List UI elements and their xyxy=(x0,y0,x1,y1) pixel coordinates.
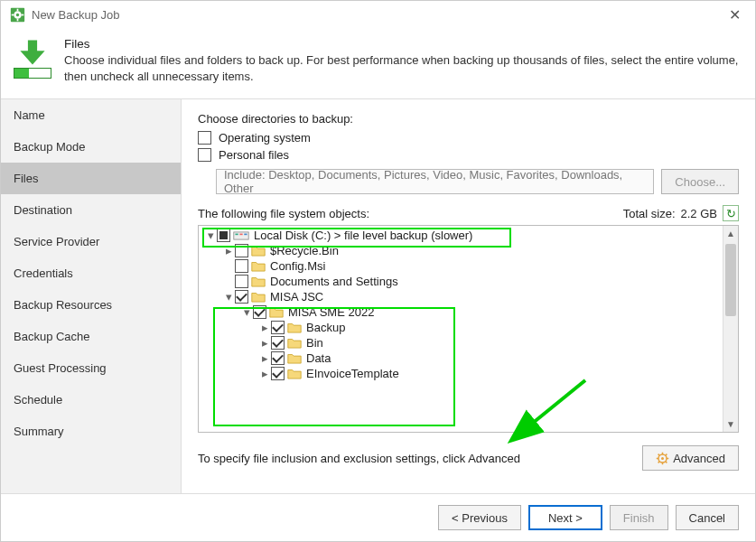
sidebar-item-schedule[interactable]: Schedule xyxy=(1,384,181,416)
expand-caret-icon[interactable]: ▾ xyxy=(204,229,217,242)
expand-caret-icon[interactable]: ▸ xyxy=(258,367,271,380)
tree-label: EInvoiceTemplate xyxy=(306,367,399,380)
tree-label: Config.Msi xyxy=(270,259,325,273)
gear-orange-icon xyxy=(656,452,669,465)
operating-system-checkbox[interactable] xyxy=(198,131,211,145)
tree-checkbox[interactable] xyxy=(271,351,285,365)
next-button[interactable]: Next > xyxy=(528,505,602,530)
tree-checkbox[interactable] xyxy=(217,229,230,242)
sidebar-item-backup-resources[interactable]: Backup Resources xyxy=(1,289,181,321)
window-title: New Backup Job xyxy=(32,8,120,22)
svg-rect-9 xyxy=(239,233,242,235)
svg-line-18 xyxy=(666,461,667,463)
sidebar-item-service-provider[interactable]: Service Provider xyxy=(1,226,181,257)
sidebar-item-summary[interactable]: Summary xyxy=(1,416,181,447)
advanced-button-label: Advanced xyxy=(673,452,725,465)
tree-row[interactable]: ▸Data xyxy=(199,350,738,366)
advanced-button[interactable]: Advanced xyxy=(642,445,739,471)
tree-checkbox[interactable] xyxy=(235,290,248,304)
file-tree[interactable]: ▾Local Disk (C:) > file level backup (sl… xyxy=(198,225,739,433)
main-panel: Choose directories to backup: Operating … xyxy=(182,99,755,493)
expand-caret-icon[interactable]: ▸ xyxy=(258,351,271,365)
tree-row[interactable]: ▾MISA SME 2022 xyxy=(199,304,738,320)
sidebar-item-destination[interactable]: Destination xyxy=(1,194,181,226)
scroll-down-icon[interactable]: ▼ xyxy=(723,416,738,432)
choose-button: Choose... xyxy=(661,169,739,194)
personal-files-checkbox[interactable] xyxy=(198,148,211,162)
tree-checkbox[interactable] xyxy=(271,321,285,334)
refresh-icon[interactable]: ↻ xyxy=(723,205,739,221)
gear-icon xyxy=(10,7,25,23)
tree-label: Data xyxy=(306,351,331,365)
progress-icon xyxy=(14,68,51,79)
tree-label: Local Disk (C:) > file level backup (slo… xyxy=(254,229,472,242)
tree-label: MISA SME 2022 xyxy=(288,305,374,319)
tree-row[interactable]: ▸Backup xyxy=(199,320,738,335)
header-subtitle: Choose individual files and folders to b… xyxy=(64,52,742,84)
svg-rect-8 xyxy=(235,233,238,235)
scroll-thumb[interactable] xyxy=(725,244,736,316)
sidebar-item-files[interactable]: Files xyxy=(1,163,181,194)
sidebar-item-backup-cache[interactable]: Backup Cache xyxy=(1,321,181,352)
tree-row[interactable]: ▾MISA JSC xyxy=(199,289,738,304)
include-input: Include: Desktop, Documents, Pictures, V… xyxy=(216,169,654,194)
tree-row[interactable]: ▸EInvoiceTemplate xyxy=(199,366,738,381)
previous-button[interactable]: < Previous xyxy=(438,505,521,530)
tree-label: Backup xyxy=(306,321,345,334)
tree-checkbox[interactable] xyxy=(235,275,248,288)
titlebar: New Backup Job ✕ xyxy=(1,1,755,28)
tree-checkbox[interactable] xyxy=(271,336,285,350)
tree-label: Documents and Settings xyxy=(270,275,398,288)
tree-row[interactable]: ▸Bin xyxy=(199,335,738,350)
tree-row[interactable]: ▾Local Disk (C:) > file level backup (sl… xyxy=(199,228,738,243)
sidebar-item-credentials[interactable]: Credentials xyxy=(1,257,181,289)
backup-wizard-window: New Backup Job ✕ Files Choose individual… xyxy=(0,0,756,542)
wizard-sidebar: Name Backup Mode Files Destination Servi… xyxy=(1,99,182,493)
download-arrow-icon xyxy=(17,37,48,68)
scroll-up-icon[interactable]: ▲ xyxy=(723,226,738,241)
expand-caret-icon[interactable]: ▸ xyxy=(258,336,271,350)
svg-rect-7 xyxy=(234,232,248,239)
expand-caret-icon[interactable]: ▸ xyxy=(258,321,271,334)
cancel-button[interactable]: Cancel xyxy=(676,505,739,530)
total-size-value: 2.2 GB xyxy=(681,207,717,220)
svg-line-20 xyxy=(658,461,660,463)
tree-checkbox[interactable] xyxy=(271,367,285,380)
wizard-footer: < Previous Next > Finish Cancel xyxy=(1,493,755,541)
tree-row[interactable]: Config.Msi xyxy=(199,258,738,274)
tree-checkbox[interactable] xyxy=(235,259,248,273)
sidebar-item-name[interactable]: Name xyxy=(1,99,181,131)
advanced-hint: To specify file inclusion and exclusion … xyxy=(198,452,520,465)
tree-label: MISA JSC xyxy=(270,290,323,304)
close-icon[interactable]: ✕ xyxy=(723,5,746,25)
header-title: Files xyxy=(64,37,742,51)
total-size-label: Total size: xyxy=(623,207,676,220)
sidebar-item-guest-processing[interactable]: Guest Processing xyxy=(1,352,181,384)
tree-row[interactable]: ▸$Recycle.Bin xyxy=(199,243,738,258)
svg-point-12 xyxy=(661,457,664,460)
tree-row[interactable]: Documents and Settings xyxy=(199,274,738,289)
expand-caret-icon[interactable]: ▾ xyxy=(222,290,235,304)
personal-files-label: Personal files xyxy=(219,148,289,162)
finish-button: Finish xyxy=(610,505,668,530)
scrollbar[interactable]: ▲ ▼ xyxy=(723,226,738,432)
tree-label: $Recycle.Bin xyxy=(270,244,339,257)
svg-rect-10 xyxy=(244,233,247,235)
expand-caret-icon[interactable]: ▸ xyxy=(222,244,235,257)
operating-system-label: Operating system xyxy=(219,131,311,145)
expand-caret-icon[interactable]: ▾ xyxy=(240,305,253,319)
sidebar-item-backup-mode[interactable]: Backup Mode xyxy=(1,131,181,163)
choose-directories-label: Choose directories to backup: xyxy=(198,112,739,126)
file-objects-label: The following file system objects: xyxy=(198,207,369,220)
tree-checkbox[interactable] xyxy=(253,305,266,319)
tree-checkbox[interactable] xyxy=(235,244,248,257)
tree-label: Bin xyxy=(306,336,323,350)
svg-point-2 xyxy=(16,13,19,15)
svg-line-19 xyxy=(666,453,667,455)
wizard-header: Files Choose individual files and folder… xyxy=(1,28,755,99)
svg-line-17 xyxy=(658,453,660,455)
